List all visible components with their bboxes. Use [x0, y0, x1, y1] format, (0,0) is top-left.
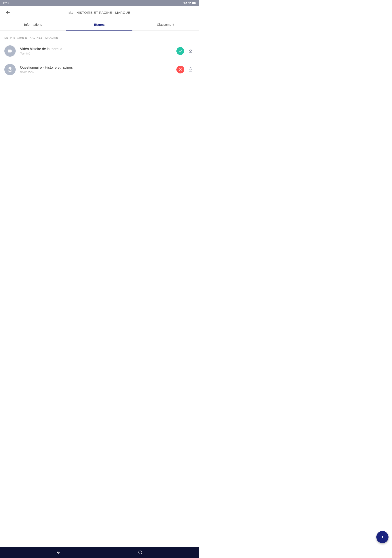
question-mark-icon: [7, 67, 13, 72]
battery-icon: [192, 2, 196, 4]
download-button-2[interactable]: [187, 66, 194, 73]
item-actions: [176, 66, 194, 73]
video-icon-circle: [4, 45, 16, 57]
list-item[interactable]: Questionnaire - Histoire et racines Scor…: [0, 60, 199, 79]
tab-etapes[interactable]: Étapes: [66, 19, 132, 31]
wifi-icon: [183, 1, 187, 5]
item-content: Vidéo histoire de la marque Terminé: [20, 47, 176, 55]
download-button-1[interactable]: [187, 47, 194, 55]
list-item[interactable]: Vidéo histoire de la marque Terminé: [0, 42, 199, 60]
item-subtitle: Terminé: [20, 52, 176, 55]
item-subtitle: Score 22%: [20, 70, 176, 74]
back-arrow-icon: [5, 10, 10, 15]
item-actions: [176, 47, 194, 55]
status-icons: [183, 1, 196, 5]
download-icon: [188, 48, 193, 54]
svg-rect-1: [196, 3, 196, 3]
question-icon-circle: [4, 64, 16, 75]
video-camera-icon: [7, 48, 13, 54]
section-header: M1- HISTOIRE ET RACINES - MARQUE: [0, 31, 199, 42]
page-title: M1 - HISTOIRE ET RACINE - MARQUE: [68, 11, 130, 14]
close-icon: [178, 67, 182, 72]
back-button[interactable]: [3, 8, 12, 17]
item-title: Questionnaire - Histoire et racines: [20, 66, 176, 70]
status-success-icon: [176, 47, 184, 55]
top-nav: M1 - HISTOIRE ET RACINE - MARQUE: [0, 6, 199, 19]
tabs-container: Informations Étapes Classement: [0, 19, 199, 31]
item-content: Questionnaire - Histoire et racines Scor…: [20, 66, 176, 74]
download-icon: [188, 67, 193, 72]
check-icon: [178, 49, 182, 53]
tab-classement[interactable]: Classement: [132, 19, 199, 31]
tab-informations[interactable]: Informations: [0, 19, 66, 31]
status-bar: 12:00: [0, 0, 199, 6]
status-time: 12:00: [3, 1, 10, 5]
item-title: Vidéo histoire de la marque: [20, 47, 176, 51]
svg-rect-2: [192, 2, 195, 4]
signal-icon: [188, 1, 191, 5]
status-error-icon: [176, 66, 184, 73]
